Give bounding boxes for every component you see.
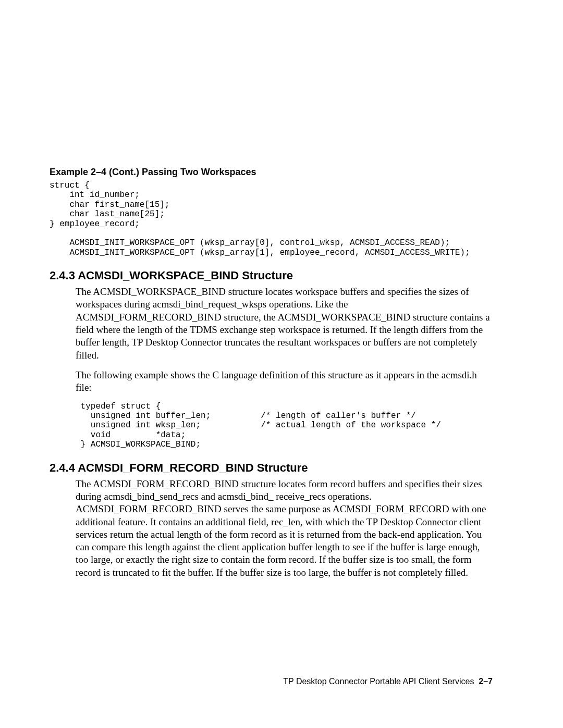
document-page: Example 2–4 (Cont.) Passing Two Workspac…: [0, 0, 563, 728]
section-244-paragraph-1: The ACMSDI_FORM_RECORD_BIND structure lo…: [76, 478, 493, 579]
section-heading-243: 2.4.3 ACMSDI_WORKSPACE_BIND Structure: [50, 269, 493, 282]
footer-text: TP Desktop Connector Portable API Client…: [283, 677, 474, 686]
example-code-block: struct { int id_number; char first_name[…: [50, 181, 493, 257]
section-243-paragraph-1: The ACMSDI_WORKSPACE_BIND structure loca…: [76, 286, 493, 362]
section-243-code-block: typedef struct { unsigned int buffer_len…: [76, 402, 493, 450]
section-243-paragraph-2: The following example shows the C langua…: [76, 369, 493, 394]
example-title: Example 2–4 (Cont.) Passing Two Workspac…: [50, 167, 493, 178]
section-heading-244: 2.4.4 ACMSDI_FORM_RECORD_BIND Structure: [50, 461, 493, 475]
footer-page-number: 2–7: [479, 677, 493, 686]
page-footer: TP Desktop Connector Portable API Client…: [283, 677, 493, 686]
